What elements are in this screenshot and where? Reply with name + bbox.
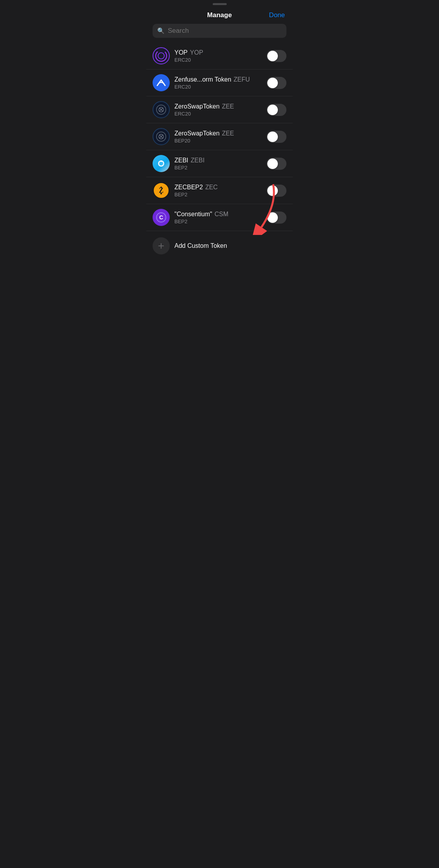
search-input[interactable] — [168, 27, 282, 35]
toggle-knob — [267, 185, 278, 196]
token-name: ZeroSwapToken — [174, 130, 220, 137]
token-ticker: ZEBI — [191, 157, 205, 164]
svg-point-10 — [160, 160, 162, 162]
token-name: YOP — [174, 49, 188, 56]
header: Manage Done — [146, 5, 293, 24]
list-item: ZeroSwapToken ZEE BEP20 — [146, 123, 293, 150]
add-custom-token[interactable]: + Add Custom Token — [146, 231, 293, 261]
token-ticker: ZEC — [205, 184, 218, 191]
list-item: C "Consentium" CSM BEP2 — [146, 204, 293, 231]
token-toggle[interactable] — [267, 50, 286, 62]
token-icon-zebi — [153, 155, 170, 172]
svg-point-9 — [159, 162, 163, 165]
list-item: ZeroSwapToken ZEE ERC20 — [146, 96, 293, 123]
token-icon-zecbep2: Z — [153, 182, 170, 199]
token-toggle[interactable] — [267, 212, 286, 224]
token-name: ZECBEP2 — [174, 184, 203, 191]
token-ticker: CSM — [215, 211, 229, 218]
token-info: "Consentium" CSM BEP2 — [174, 211, 262, 224]
add-icon-circle: + — [153, 237, 170, 254]
token-toggle[interactable] — [267, 104, 286, 116]
list-item: YOP YOP ERC20 — [146, 43, 293, 69]
token-name: "Consentium" — [174, 211, 212, 218]
list-item: Z ZECBEP2 ZEC BEP2 — [146, 177, 293, 204]
list-item: Zenfuse...orm Token ZEFU ERC20 — [146, 69, 293, 96]
token-name: ZeroSwapToken — [174, 103, 220, 110]
token-toggle[interactable] — [267, 77, 286, 89]
token-icon-zenfuse — [153, 74, 170, 91]
token-icon-zeroswap-bep — [153, 128, 170, 145]
token-ticker: ZEFU — [234, 76, 250, 83]
token-icon-csm: C — [153, 209, 170, 226]
token-name: Zenfuse...orm Token — [174, 76, 231, 83]
token-toggle[interactable] — [267, 131, 286, 143]
done-button[interactable]: Done — [269, 11, 285, 19]
token-ticker: ZEE — [222, 103, 234, 110]
search-icon: 🔍 — [157, 27, 165, 34]
token-ticker: ZEE — [222, 130, 234, 137]
toggle-knob — [267, 158, 278, 169]
token-info: YOP YOP ERC20 — [174, 49, 262, 63]
header-title: Manage — [207, 11, 232, 19]
token-list: YOP YOP ERC20 Zenfuse...orm Token ZEFU E… — [146, 43, 293, 231]
toggle-knob — [267, 51, 278, 61]
token-network: BEP2 — [174, 219, 262, 224]
svg-point-12 — [160, 187, 162, 188]
list-item: ZEBI ZEBI BEP2 — [146, 150, 293, 177]
svg-point-13 — [160, 193, 162, 194]
token-network: BEP2 — [174, 165, 262, 171]
token-network: BEP2 — [174, 192, 262, 197]
search-container: 🔍 — [146, 24, 293, 43]
svg-text:C: C — [159, 214, 163, 221]
token-network: BEP20 — [174, 138, 262, 144]
token-info: ZeroSwapToken ZEE ERC20 — [174, 103, 262, 117]
token-icon-zeroswap-erc — [153, 101, 170, 118]
svg-point-0 — [156, 50, 167, 61]
toggle-knob — [267, 105, 278, 115]
token-info: Zenfuse...orm Token ZEFU ERC20 — [174, 76, 262, 90]
toggle-knob — [267, 212, 278, 223]
token-network: ERC20 — [174, 111, 262, 117]
token-ticker: YOP — [190, 49, 203, 56]
token-info: ZEBI ZEBI BEP2 — [174, 157, 262, 171]
token-name: ZEBI — [174, 157, 188, 164]
token-info: ZeroSwapToken ZEE BEP20 — [174, 130, 262, 144]
toggle-knob — [267, 132, 278, 142]
token-icon-yop — [153, 47, 170, 64]
plus-icon: + — [158, 240, 164, 251]
svg-point-1 — [158, 53, 164, 59]
toggle-knob — [267, 78, 278, 88]
token-network: ERC20 — [174, 57, 262, 63]
token-info: ZECBEP2 ZEC BEP2 — [174, 184, 262, 197]
token-network: ERC20 — [174, 84, 262, 90]
token-toggle[interactable] — [267, 185, 286, 197]
token-toggle[interactable] — [267, 158, 286, 170]
add-custom-label: Add Custom Token — [174, 242, 227, 249]
search-bar[interactable]: 🔍 — [153, 24, 286, 38]
